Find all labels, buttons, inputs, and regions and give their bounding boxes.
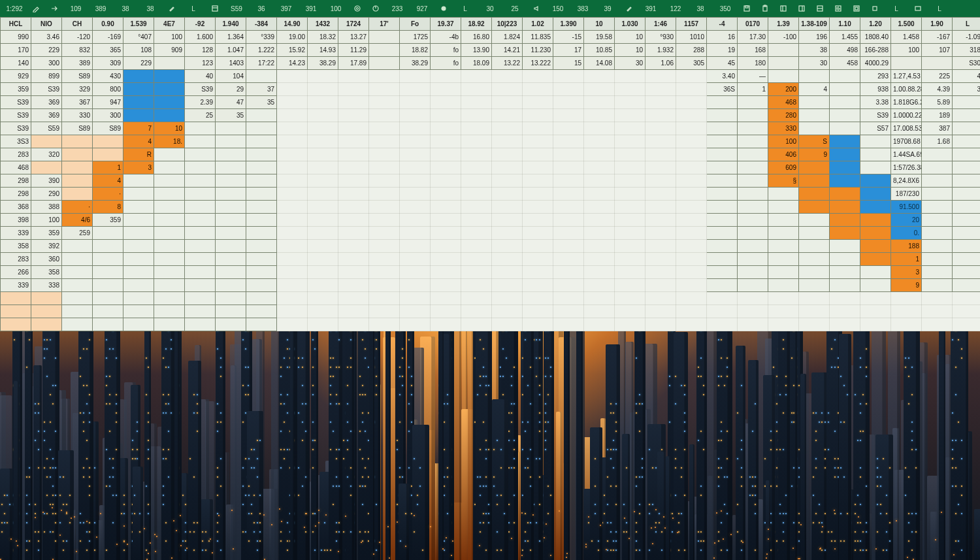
- cell[interactable]: [523, 148, 553, 161]
- cell[interactable]: [584, 174, 615, 188]
- cell[interactable]: [246, 174, 277, 188]
- cell[interactable]: [738, 148, 768, 161]
- cell[interactable]: [707, 122, 738, 135]
- cell[interactable]: [431, 122, 461, 135]
- cell[interactable]: [615, 122, 645, 135]
- cell[interactable]: [738, 174, 768, 188]
- cell[interactable]: 1.68: [922, 135, 953, 148]
- cell[interactable]: [123, 279, 154, 292]
- cell[interactable]: 1:57/26.38: [891, 161, 922, 174]
- cell[interactable]: S59: [31, 122, 62, 135]
- cell[interactable]: [185, 135, 216, 148]
- cell[interactable]: [553, 279, 584, 292]
- cell[interactable]: [369, 214, 400, 227]
- cell[interactable]: [523, 96, 553, 109]
- cell[interactable]: [830, 201, 860, 214]
- cell[interactable]: [615, 174, 645, 188]
- cell[interactable]: [431, 109, 461, 122]
- cell[interactable]: [707, 305, 738, 318]
- cell[interactable]: S89: [62, 122, 93, 135]
- cell[interactable]: [31, 318, 62, 331]
- cell[interactable]: [216, 161, 246, 174]
- cell[interactable]: [308, 122, 338, 135]
- cell[interactable]: 229: [123, 57, 154, 70]
- cell[interactable]: -169: [93, 31, 123, 44]
- cell[interactable]: [277, 174, 308, 188]
- clipboard-icon[interactable]: [757, 1, 774, 16]
- cell[interactable]: [830, 174, 860, 188]
- cell[interactable]: [645, 161, 676, 174]
- cell[interactable]: 288: [676, 44, 707, 57]
- cell[interactable]: [400, 135, 431, 148]
- cell[interactable]: 10: [615, 31, 645, 44]
- cell[interactable]: -1.09: [953, 31, 981, 44]
- cell[interactable]: [830, 161, 860, 174]
- cell[interactable]: 398: [1, 214, 31, 227]
- cell[interactable]: [246, 318, 277, 331]
- cell[interactable]: [431, 292, 461, 305]
- spreadsheet-grid[interactable]: HCLNIOCH0.901.5394E7-921.940-38414.90143…: [0, 17, 980, 331]
- cell[interactable]: [860, 253, 891, 266]
- cell[interactable]: 19708.68: [891, 135, 922, 148]
- cell[interactable]: [216, 201, 246, 214]
- cell[interactable]: 1: [93, 161, 123, 174]
- cell[interactable]: [246, 161, 277, 174]
- cell[interactable]: [799, 70, 830, 83]
- cell[interactable]: [369, 318, 400, 331]
- cell[interactable]: [799, 201, 830, 214]
- cell[interactable]: [645, 318, 676, 331]
- cell[interactable]: 320: [31, 148, 62, 161]
- cell[interactable]: [400, 266, 431, 279]
- cell[interactable]: [676, 266, 707, 279]
- cell[interactable]: 1.0000.22: [891, 109, 922, 122]
- toolbar-label[interactable]: 150: [546, 1, 570, 16]
- cell[interactable]: [154, 148, 185, 161]
- square2-icon[interactable]: [909, 1, 926, 16]
- cell[interactable]: [707, 109, 738, 122]
- toolbar-label[interactable]: 38: [114, 1, 137, 16]
- cell[interactable]: [799, 96, 830, 109]
- cell[interactable]: R: [123, 148, 154, 161]
- cell[interactable]: 128: [185, 44, 216, 57]
- cell[interactable]: 36S: [707, 83, 738, 96]
- panel1-icon[interactable]: [775, 1, 792, 16]
- cell[interactable]: [461, 83, 492, 96]
- cell[interactable]: [523, 109, 553, 122]
- cell[interactable]: 359: [93, 214, 123, 227]
- cell[interactable]: [492, 318, 523, 331]
- cell[interactable]: [615, 161, 645, 174]
- cell[interactable]: 1010: [676, 31, 707, 44]
- cell[interactable]: 339: [1, 227, 31, 240]
- cell[interactable]: [400, 109, 431, 122]
- cell[interactable]: [369, 305, 400, 318]
- cell[interactable]: [123, 266, 154, 279]
- cell[interactable]: 1.818G6.28: [891, 96, 922, 109]
- cell[interactable]: 100: [768, 135, 799, 148]
- cell[interactable]: S39: [1, 109, 31, 122]
- cell[interactable]: [922, 214, 953, 227]
- cell[interactable]: 2.39: [185, 96, 216, 109]
- cell[interactable]: -167: [922, 31, 953, 44]
- cell[interactable]: 309: [93, 57, 123, 70]
- cell[interactable]: [676, 305, 707, 318]
- toolbar-label[interactable]: 391: [299, 1, 323, 16]
- cell[interactable]: [768, 279, 799, 292]
- cell[interactable]: 200: [768, 83, 799, 96]
- cell[interactable]: [277, 122, 308, 135]
- cell[interactable]: [922, 292, 953, 305]
- cell[interactable]: [277, 148, 308, 161]
- cell[interactable]: [922, 161, 953, 174]
- cell[interactable]: 7: [123, 122, 154, 135]
- cell[interactable]: [615, 305, 645, 318]
- cell[interactable]: [93, 305, 123, 318]
- cell[interactable]: [768, 214, 799, 227]
- cell[interactable]: 392: [31, 240, 62, 253]
- cell[interactable]: [860, 214, 891, 227]
- cell[interactable]: [431, 279, 461, 292]
- cell[interactable]: [492, 135, 523, 148]
- cell[interactable]: [62, 161, 93, 174]
- cell[interactable]: S39: [860, 109, 891, 122]
- cell[interactable]: 329: [62, 83, 93, 96]
- cell[interactable]: [676, 188, 707, 201]
- cell[interactable]: [369, 44, 400, 57]
